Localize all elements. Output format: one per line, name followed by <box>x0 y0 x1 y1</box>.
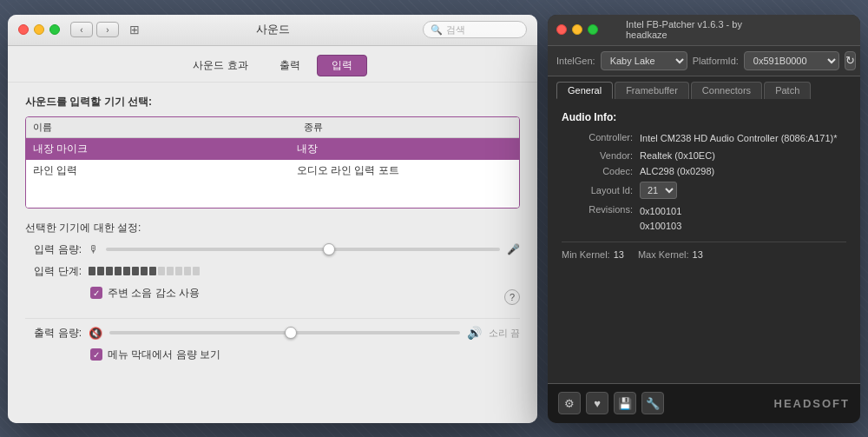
close-button[interactable] <box>18 24 29 35</box>
volume-icons: 🔊 <box>467 326 482 340</box>
tool-button[interactable]: 🔧 <box>641 392 664 414</box>
tab-connectors[interactable]: Connectors <box>691 82 762 99</box>
fb-minimize-button[interactable] <box>572 24 582 35</box>
level-meter <box>89 267 200 275</box>
layout-id-select[interactable]: 21 <box>640 182 677 199</box>
grid-button[interactable]: ⊞ <box>129 23 140 36</box>
gear-button[interactable]: ⚙ <box>558 392 581 414</box>
maximize-button[interactable] <box>49 24 60 35</box>
intel-gen-label: IntelGen: <box>556 56 595 66</box>
device-name-1: 라인 입력 <box>33 163 297 178</box>
output-volume-row: 출력 음량: 🔇 🔊 소리 끔 <box>25 318 520 341</box>
input-volume-slider[interactable] <box>106 248 500 251</box>
fb-window-title: Intel FB-Patcher v1.6.3 - by headkaze <box>626 19 782 40</box>
menu-volume-label: 메뉴 막대에서 음량 보기 <box>108 348 220 362</box>
mac-nav: ‹ › <box>70 22 119 37</box>
codec-val: ALC298 (0x0298) <box>640 166 846 176</box>
noise-reduction-row: ✓ 주변 소음 감소 사용 <box>90 286 504 301</box>
forward-button[interactable]: › <box>96 22 119 37</box>
fb-titlebar: Intel FB-Patcher v1.6.3 - by headkaze <box>548 15 860 46</box>
menu-volume-row: ✓ 메뉴 막대에서 음량 보기 <box>90 348 520 362</box>
mac-tabs: 사운드 효과 출력 입력 <box>8 46 537 83</box>
level-bar-3 <box>106 267 113 275</box>
platform-id-select[interactable]: 0x591B0000 <box>744 51 839 70</box>
input-volume-label: 입력 음량: <box>25 242 82 257</box>
max-kernel-key: Max Kernel: <box>638 249 689 260</box>
min-kernel-key: Min Kernel: <box>562 249 610 260</box>
search-box[interactable]: 🔍 검색 <box>423 21 527 38</box>
kernel-row: Min Kernel: 13 Max Kernel: 13 <box>562 249 846 260</box>
tab-output[interactable]: 출력 <box>265 55 315 76</box>
refresh-button[interactable]: ↻ <box>845 51 856 70</box>
fb-patcher-window: Intel FB-Patcher v1.6.3 - by headkaze In… <box>548 15 860 423</box>
settings-section: 선택한 기기에 대한 설정: 입력 음량: 🎙 🎤 입력 단계: <box>25 221 520 362</box>
level-bar-8 <box>149 267 156 275</box>
noise-reduction-checkbox[interactable]: ✓ <box>90 287 102 299</box>
save-button[interactable]: 💾 <box>614 392 636 414</box>
controller-key: Controller: <box>562 132 640 145</box>
tab-general[interactable]: General <box>556 82 613 99</box>
level-bar-5 <box>123 267 130 275</box>
layout-id-row: Layout Id: 21 <box>562 182 846 199</box>
device-table: 이름 종류 내장 마이크 내장 라인 입력 오디오 라인 입력 포트 <box>25 116 520 209</box>
tab-patch[interactable]: Patch <box>764 82 811 99</box>
brand-label: HEADSOFT <box>774 397 851 410</box>
heart-button[interactable]: ♥ <box>586 392 608 414</box>
min-kernel-val: 13 <box>614 249 624 260</box>
slider-thumb[interactable] <box>323 243 335 255</box>
codec-key: Codec: <box>562 166 640 176</box>
controller-val: Intel CM238 HD Audio Controller (8086:A1… <box>640 132 846 145</box>
fb-toolbar: IntelGen: Kaby Lake PlatformId: 0x591B00… <box>548 46 860 76</box>
device-type-0: 내장 <box>297 142 512 156</box>
audio-info-title: Audio Info: <box>562 111 846 123</box>
tab-sound-effects[interactable]: 사운드 효과 <box>178 55 262 76</box>
traffic-lights <box>18 24 60 35</box>
fb-close-button[interactable] <box>556 24 567 35</box>
device-select-title: 사운드를 입력할 기기 선택: <box>25 95 520 109</box>
output-slider-thumb[interactable] <box>285 327 297 339</box>
col-type: 종류 <box>297 117 519 137</box>
vendor-val: Realtek (0x10EC) <box>640 150 846 161</box>
fb-maximize-button[interactable] <box>588 24 598 35</box>
mac-titlebar: ‹ › ⊞ 사운드 🔍 검색 <box>8 15 537 46</box>
fb-traffic-lights <box>556 24 598 35</box>
mac-content: 사운드를 입력할 기기 선택: 이름 종류 내장 마이크 내장 라인 입력 오디… <box>8 83 537 423</box>
input-level-row: 입력 단계: <box>25 264 520 279</box>
back-button[interactable]: ‹ <box>70 22 93 37</box>
tab-framebuffer[interactable]: Framebuffer <box>615 82 689 99</box>
level-bar-6 <box>132 267 139 275</box>
codec-row: Codec: ALC298 (0x0298) <box>562 166 846 176</box>
level-bar-10 <box>167 267 174 275</box>
divider <box>562 242 846 242</box>
table-header: 이름 종류 <box>26 117 519 138</box>
table-body: 내장 마이크 내장 라인 입력 오디오 라인 입력 포트 <box>26 138 519 208</box>
search-icon: 🔍 <box>431 24 443 36</box>
level-bar-9 <box>158 267 165 275</box>
output-volume-slider[interactable] <box>109 331 460 334</box>
footer-buttons: ⚙ ♥ 💾 🔧 <box>558 392 664 414</box>
help-button[interactable]: ? <box>504 289 520 305</box>
level-bar-11 <box>175 267 182 275</box>
fb-content: Audio Info: Controller: Intel CM238 HD A… <box>548 99 860 383</box>
tab-input[interactable]: 입력 <box>317 55 367 76</box>
vendor-row: Vendor: Realtek (0x10EC) <box>562 150 846 161</box>
device-type-1: 오디오 라인 입력 포트 <box>297 163 512 178</box>
vol-mute-icon: 🔇 <box>89 327 102 340</box>
table-row[interactable]: 라인 입력 오디오 라인 입력 포트 <box>26 160 519 182</box>
fb-tabs: General Framebuffer Connectors Patch <box>548 76 860 99</box>
output-volume-label: 출력 음량: <box>25 326 82 341</box>
minimize-button[interactable] <box>34 24 44 35</box>
menu-volume-checkbox[interactable]: ✓ <box>90 348 102 361</box>
min-kernel-item: Min Kernel: 13 <box>562 249 624 260</box>
mic-high-icon: 🎤 <box>507 243 520 255</box>
mute-text: 소리 끔 <box>489 327 520 340</box>
layout-id-key: Layout Id: <box>562 185 640 195</box>
col-name: 이름 <box>26 117 297 137</box>
table-row[interactable]: 내장 마이크 내장 <box>26 138 519 160</box>
noise-reduction-label: 주변 소음 감소 사용 <box>108 286 200 301</box>
revisions-row: Revisions: 0x1001010x100103 <box>562 204 846 235</box>
max-kernel-item: Max Kernel: 13 <box>638 249 703 260</box>
input-level-label: 입력 단계: <box>25 264 82 279</box>
intel-gen-select[interactable]: Kaby Lake <box>601 51 687 70</box>
vendor-key: Vendor: <box>562 150 640 161</box>
